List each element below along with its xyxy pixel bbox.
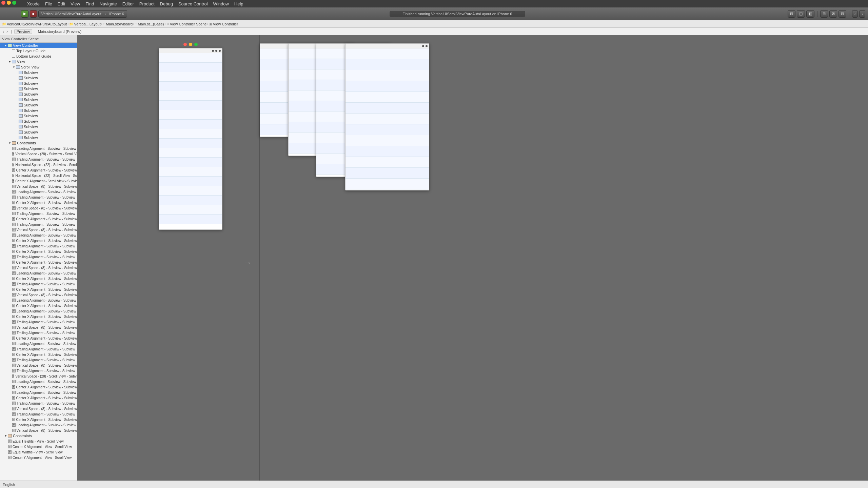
nav-constraint-9[interactable]: TTrailing Alignment - Subview - Subview	[0, 195, 77, 200]
nav-constraint-22[interactable]: TVertical Space - (8) - Subview - Subvie…	[0, 265, 77, 270]
nav-item-subview-4[interactable]: Subview	[0, 92, 77, 97]
menu-navigate[interactable]: Navigate	[99, 1, 117, 6]
nav-item-subview-7[interactable]: Subview	[0, 108, 77, 113]
menu-xcode[interactable]: Xcode	[27, 1, 40, 6]
menu-find[interactable]: Find	[85, 1, 94, 6]
device-max-dot[interactable]	[194, 43, 198, 46]
run-button[interactable]: ▶	[21, 10, 28, 18]
nav-constraint-0[interactable]: TLeading Alignment - Subview - Subview	[0, 146, 77, 151]
nav-constraint-45[interactable]: TLeading Alignment - Subview - Subview	[0, 390, 77, 395]
nav-constraint-29[interactable]: TCenter X Alignment - Subview - Subview	[0, 303, 77, 308]
device-min-dot[interactable]	[189, 43, 192, 46]
nav-item-constraints[interactable]: ▼ Constraints	[0, 140, 77, 146]
nav-constraint-2[interactable]: TTrailing Alignment - Subview - Subview	[0, 157, 77, 162]
nav-constraint-36[interactable]: TLeading Alignment - Subview - Subview	[0, 341, 77, 346]
tab-storyboard-preview[interactable]: Main.storyboard (Preview)	[38, 29, 81, 34]
nav-item-view-controller[interactable]: ▼ View Controller	[0, 43, 77, 48]
expand-triangle[interactable]: ▼	[4, 44, 7, 47]
breadcrumb-item-1[interactable]: 📁 Vertical...Layout	[69, 22, 100, 26]
nav-constraint-11[interactable]: TVertical Space - (8) - Subview - Subvie…	[0, 205, 77, 211]
assistant-editor[interactable]: ⊠	[829, 10, 837, 18]
standard-editor[interactable]: ⊟	[820, 10, 828, 18]
nav-constraint-23[interactable]: TLeading Alignment - Subview - Subview	[0, 270, 77, 276]
nav-constraint-40[interactable]: TVertical Space - (8) - Subview - Subvie…	[0, 363, 77, 368]
menu-view[interactable]: View	[71, 1, 80, 6]
nav-constraint-28[interactable]: TLeading Alignment - Subview - Subview	[0, 298, 77, 303]
menu-window[interactable]: Window	[213, 1, 229, 6]
nav-constraint-48[interactable]: TVertical Space - (8) - Subview - Subvie…	[0, 406, 77, 411]
breadcrumb-item-3[interactable]: □ Main.st...(Base)	[135, 22, 164, 26]
nav-constraint-51[interactable]: TLeading Alignment - Subview - Subview	[0, 422, 77, 428]
nav-constraint-39[interactable]: TTrailing Alignment - Subview - Subview	[0, 357, 77, 363]
storyboard-canvas[interactable]: →	[77, 35, 868, 481]
nav-item-subview-5[interactable]: Subview	[0, 97, 77, 102]
nav-constraint-21[interactable]: TCenter X Alignment - Subview - Subview	[0, 260, 77, 265]
tab-preview[interactable]: Preview	[14, 29, 32, 34]
maximize-button[interactable]	[12, 1, 16, 5]
navigator-toggle[interactable]: ⊟	[788, 10, 795, 18]
nav-constraint-30[interactable]: TLeading Alignment - Subview - Subview	[0, 308, 77, 314]
nav-bottom-constraint-3[interactable]: TCenter Y Alignment - View - Scroll View	[0, 455, 77, 460]
breadcrumb-item-2[interactable]: □ Main.storyboard	[103, 22, 133, 26]
nav-bottom-constraint-0[interactable]: TEqual Heights - View - Scroll View	[0, 439, 77, 444]
nav-item-subview-0[interactable]: Subview	[0, 70, 77, 75]
menu-editor[interactable]: Editor	[122, 1, 134, 6]
nav-constraint-47[interactable]: TTrailing Alignment - Subview - Subview	[0, 401, 77, 406]
breadcrumb-item-5[interactable]: ▣ View Controller	[209, 22, 238, 26]
nav-constraint-4[interactable]: TCenter X Alignment - Subview - Subview	[0, 167, 77, 173]
nav-constraint-17[interactable]: TCenter X Alignment - Subview - Subview	[0, 238, 77, 243]
nav-item-view[interactable]: ▼ View	[0, 59, 77, 64]
nav-constraint-46[interactable]: TCenter X Alignment - Subview - Subview	[0, 395, 77, 401]
nav-constraint-1[interactable]: TVertical Space - (28) - Subview - Scrol…	[0, 151, 77, 157]
nav-item-subview-8[interactable]: Subview	[0, 113, 77, 119]
nav-item-bottom-layout[interactable]: ▶ Bottom Layout Guide	[0, 54, 77, 59]
breadcrumb-item-4[interactable]: ⊕ View Controller Scene	[166, 22, 207, 26]
nav-constraint-18[interactable]: TTrailing Alignment - Subview - Subview	[0, 243, 77, 249]
device-close-dot[interactable]	[183, 43, 187, 46]
nav-constraint-38[interactable]: TCenter X Alignment - Subview - Subview	[0, 352, 77, 357]
nav-constraint-8[interactable]: TLeading Alignment - Subview - Subview	[0, 189, 77, 195]
nav-constraint-13[interactable]: TCenter X Alignment - Subview - Subview	[0, 216, 77, 222]
nav-constraint-16[interactable]: TLeading Alignment - Subview - Subview	[0, 232, 77, 238]
minimize-button[interactable]	[7, 1, 11, 5]
nav-item-subview-10[interactable]: Subview	[0, 124, 77, 129]
nav-constraint-49[interactable]: TTrailing Alignment - Subview - Subview	[0, 411, 77, 417]
close-button[interactable]	[1, 1, 5, 5]
menu-file[interactable]: File	[45, 1, 52, 6]
nav-constraint-32[interactable]: TTrailing Alignment - Subview - Subview	[0, 319, 77, 325]
nav-constraint-14[interactable]: TTrailing Alignment - Subview - Subview	[0, 222, 77, 227]
menu-debug[interactable]: Debug	[160, 1, 173, 6]
nav-constraint-24[interactable]: TCenter X Alignment - Subview - Subview	[0, 276, 77, 281]
menu-help[interactable]: Help	[234, 1, 243, 6]
nav-constraint-33[interactable]: TVertical Space - (8) - Subview - Subvie…	[0, 325, 77, 330]
nav-constraint-35[interactable]: TCenter X Alignment - Subview - Subview	[0, 336, 77, 341]
nav-constraint-26[interactable]: TCenter X Alignment - Subview - Subview	[0, 287, 77, 292]
nav-constraint-5[interactable]: THorizontal Space - (22) - Scroll View -…	[0, 173, 77, 178]
nav-constraint-3[interactable]: THorizontal Space - (22) - Subview - Scr…	[0, 162, 77, 167]
nav-constraint-31[interactable]: TCenter X Alignment - Subview - Subview	[0, 314, 77, 319]
nav-item-subview-1[interactable]: Subview	[0, 75, 77, 81]
nav-constraint-25[interactable]: TTrailing Alignment - Subview - Subview	[0, 281, 77, 287]
back-button[interactable]: ‹	[852, 10, 858, 18]
inspector-toggle[interactable]: ◧	[806, 10, 814, 18]
nav-item-subview-11[interactable]: Subview	[0, 129, 77, 135]
menu-source-control[interactable]: Source Control	[178, 1, 208, 6]
nav-bottom-constraint-1[interactable]: TCenter X Alignment - View - Scroll View	[0, 444, 77, 449]
nav-constraint-27[interactable]: TVertical Space - (8) - Subview - Subvie…	[0, 292, 77, 298]
nav-item-subview-9[interactable]: Subview	[0, 119, 77, 124]
nav-constraint-52[interactable]: TVertical Space - (8) - Subview - Subvie…	[0, 428, 77, 433]
nav-back-btn[interactable]: ‹	[2, 29, 5, 34]
nav-constraint-42[interactable]: TVertical Space - (28) - Scroll View - S…	[0, 373, 77, 379]
nav-item-subview-2[interactable]: Subview	[0, 81, 77, 86]
nav-item-constraints-root[interactable]: ▼ Constraints	[0, 433, 77, 439]
version-editor[interactable]: ⊡	[839, 10, 846, 18]
stop-button[interactable]: ■	[30, 10, 37, 18]
nav-item-subview-3[interactable]: Subview	[0, 86, 77, 92]
nav-constraint-37[interactable]: TTrailing Alignment - Subview - Subview	[0, 346, 77, 352]
scheme-selector[interactable]: VerticalUIScrollViewPureAutoLayout › iPh…	[38, 10, 127, 18]
nav-item-subview-6[interactable]: Subview	[0, 102, 77, 108]
nav-item-scroll-view[interactable]: ▼ Scroll View	[0, 64, 77, 70]
nav-constraint-50[interactable]: TCenter X Alignment - Subview - Subview	[0, 417, 77, 422]
breadcrumb-item-0[interactable]: 📁 VerticalUIScrollViewPureAutoLayout	[2, 22, 67, 26]
nav-constraint-41[interactable]: TTrailing Alignment - Subview - Subview	[0, 368, 77, 373]
